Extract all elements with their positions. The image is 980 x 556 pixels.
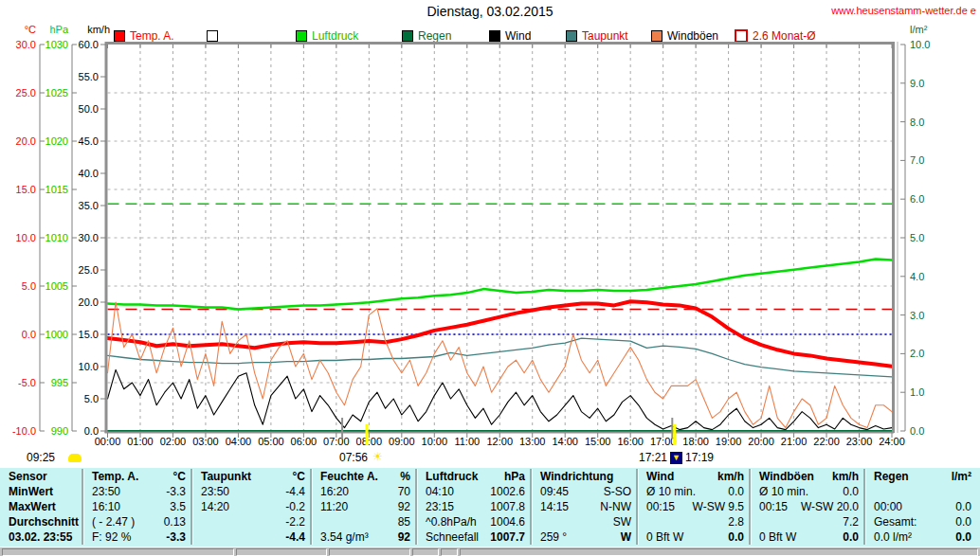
pressure-axis-tick-label: 1015	[45, 184, 68, 195]
wind-axis-tick-label: 10.0	[79, 361, 99, 372]
status-panel	[460, 548, 978, 556]
table-row: 7.2	[754, 514, 863, 529]
x-axis-label: 08:00	[356, 436, 383, 447]
sunrise-time: 07:56	[328, 451, 368, 464]
table-row: 259 °W	[535, 529, 636, 545]
pressure-axis-tick-label: 995	[51, 377, 68, 388]
table-cell: 85	[398, 515, 410, 529]
x-axis-label: 00:00	[95, 436, 121, 447]
pressure-axis-tick-label: 1020	[45, 135, 68, 147]
table-row: Gesamt:0.0	[869, 514, 976, 529]
rain-axis-tick-label: 1.0	[910, 386, 924, 398]
table-column-luftdruck: LuftdruckhPa04:101002.623:151007.8^0.8hP…	[421, 469, 530, 546]
weather-app-window: Dienstag, 03.02.2015 www.heusenstamm-wet…	[0, 0, 980, 556]
pressure-axis-tick-label: 1000	[45, 329, 68, 340]
table-row: 85	[316, 514, 415, 529]
table-cell: 0.0 l/m²	[874, 530, 912, 544]
rain-axis-tick-label: 5.0	[910, 232, 924, 243]
wind-axis-tick-label: 40.0	[79, 168, 99, 179]
table-row: Sensor	[4, 469, 82, 484]
table-cell: 14:15	[540, 500, 569, 513]
x-axis-label: 21:00	[781, 436, 808, 447]
table-cell: MinWert	[9, 485, 53, 498]
table-cell: 1004.6	[490, 515, 525, 529]
temp-axis-tick-label: 0.0	[22, 329, 36, 340]
table-row: 00:15W-SW 20.0	[754, 499, 863, 514]
table-cell: km/h	[717, 470, 744, 483]
x-axis-label: 11:00	[454, 436, 480, 447]
table-cell: ( - 2.47 )	[92, 515, 135, 529]
table-row: 16:2070	[316, 484, 415, 499]
table-row: 23:50-4.4	[196, 484, 310, 499]
table-column-wind: Windkm/hØ 10 min.0.000:15W-SW 9.52.80 Bf…	[642, 469, 749, 546]
table-cell: 00:00	[874, 500, 902, 513]
table-cell: 00:15	[759, 500, 788, 513]
table-cell: 70	[398, 485, 410, 498]
table-column-separator	[749, 469, 752, 545]
rain-axis-tick-label: 8.0	[910, 117, 924, 128]
table-cell: MaxWert	[9, 500, 56, 513]
table-row: 14:20-0.2	[196, 499, 310, 514]
rain-axis-tick-label: 7.0	[910, 154, 924, 166]
table-cell: 0.13	[164, 515, 186, 529]
x-axis-label: 02:00	[160, 436, 187, 447]
x-axis-label: 01:00	[127, 436, 154, 447]
status-panel	[441, 548, 458, 556]
pressure-axis-tick-label: 1005	[45, 280, 68, 292]
wind-axis-tick-label: 0.0	[84, 425, 99, 437]
table-row: 0 Bft W0.0	[754, 529, 863, 545]
table-cell: 00:15	[646, 500, 675, 513]
x-axis-label: 09:00	[389, 436, 415, 447]
table-cell: 1007.7	[490, 530, 525, 544]
table-row: Schneefall1007.7	[421, 529, 530, 545]
table-cell: Windböen	[759, 470, 814, 483]
table-column-windrichtung: Windrichtung09:45S-SO14:15N-NWSW259 °W	[535, 469, 636, 546]
table-column-separator	[82, 469, 84, 545]
table-cell: ^0.8hPa/h	[426, 515, 477, 529]
table-cell: 0.0	[728, 485, 744, 498]
table-cell: 1002.6	[490, 485, 525, 498]
table-cell: W	[621, 530, 631, 544]
x-axis-label: 14:00	[552, 436, 578, 447]
table-row: 00:15W-SW 9.5	[642, 499, 749, 514]
table-row: Windböenkm/h	[754, 469, 863, 484]
table-row: F: 92 %-3.3	[87, 529, 191, 545]
table-row: ^0.8hPa/h1004.6	[421, 514, 530, 529]
temp-axis-tick-label: 25.0	[16, 87, 36, 99]
table-cell: Wind	[646, 470, 674, 483]
moonrise-time: 09:25	[27, 451, 55, 464]
table-row: Ø 10 min.0.0	[754, 484, 863, 499]
weather-chart: 00:0001:0002:0003:0004:0005:0006:0007:00…	[0, 0, 980, 468]
temp-axis-tick-label: 15.0	[16, 184, 36, 195]
x-axis-label: 22:00	[813, 436, 840, 447]
table-cell: 04:10	[426, 485, 454, 498]
table-cell: %	[400, 470, 410, 483]
x-axis-label: 23:00	[846, 436, 873, 447]
table-row: 04:101002.6	[421, 484, 530, 499]
table-cell: 11:20	[320, 500, 348, 513]
moon-icon	[68, 454, 82, 462]
table-cell: Gesamt:	[874, 515, 916, 529]
table-cell: 23:50	[92, 485, 120, 498]
table-row: ( - 2.47 )0.13	[87, 514, 191, 529]
temp-axis-tick-label: 5.0	[22, 280, 36, 292]
table-row: 3.54 g/m³92	[316, 529, 415, 545]
x-axis-label: 05:00	[258, 436, 284, 447]
pressure-axis-tick-label: 990	[51, 425, 68, 437]
table-column-separator	[530, 469, 533, 545]
table-row: 23:50-3.3	[87, 484, 191, 499]
table-column-separator	[636, 469, 639, 545]
wind-axis-tick-label: 35.0	[79, 200, 99, 211]
table-row	[869, 484, 976, 499]
table-row: MinWert	[4, 484, 82, 499]
table-cell: -3.3	[166, 485, 186, 498]
table-cell: Ø 10 min.	[759, 485, 808, 498]
table-cell: W-SW 20.0	[801, 500, 859, 513]
sunset-time-2: 17:19	[685, 451, 714, 464]
table-cell: 0.0	[955, 530, 971, 544]
table-cell: Luftdruck	[426, 470, 478, 483]
table-cell: Regen	[874, 470, 909, 483]
rain-axis-tick-label: 3.0	[910, 310, 924, 321]
table-row: MaxWert	[4, 499, 82, 514]
table-cell: Temp. A.	[92, 470, 138, 483]
